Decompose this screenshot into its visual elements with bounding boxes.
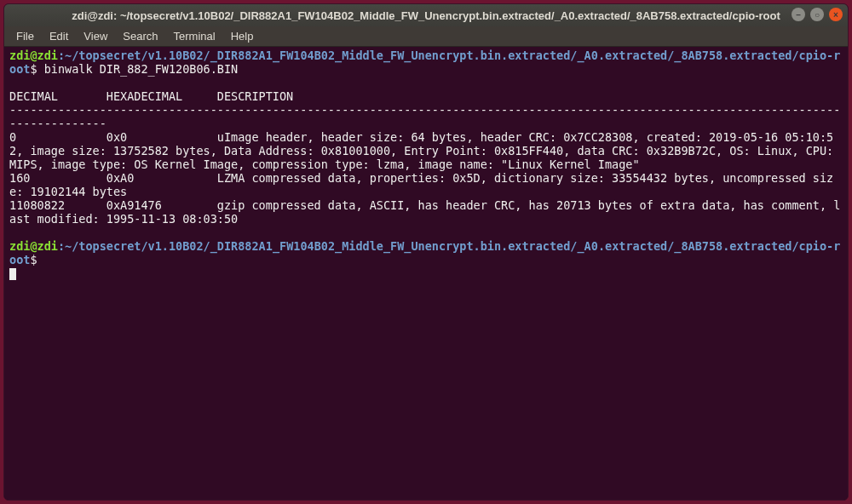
terminal-body[interactable]: zdi@zdi:~/topsecret/v1.10B02/_DIR882A1_F… [4, 47, 848, 500]
prompt-dollar: $ [30, 62, 37, 76]
output-row: 11080822 0xA91476 gzip compressed data, … [9, 198, 840, 226]
window-title: zdi@zdi: ~/topsecret/v1.10B02/_DIR882A1_… [11, 9, 841, 22]
menu-terminal[interactable]: Terminal [167, 28, 222, 44]
output-header: DECIMAL HEXADECIMAL DESCRIPTION [9, 89, 293, 103]
prompt-path: ~/topsecret/v1.10B02/_DIR882A1_FW104B02_… [9, 239, 840, 266]
menu-help[interactable]: Help [224, 28, 261, 44]
window-controls: – ○ × [792, 8, 843, 21]
prompt-userhost: zdi@zdi [9, 49, 58, 62]
terminal-window: zdi@zdi: ~/topsecret/v1.10B02/_DIR882A1_… [3, 3, 849, 501]
output-row: 0 0x0 uImage header, header size: 64 byt… [9, 130, 840, 171]
prompt-colon: : [58, 239, 65, 253]
output-row: 160 0xA0 LZMA compressed data, propertie… [9, 171, 833, 198]
minimize-icon[interactable]: – [792, 8, 805, 21]
menubar: File Edit View Search Terminal Help [4, 26, 848, 47]
menu-edit[interactable]: Edit [43, 28, 75, 44]
menu-view[interactable]: View [77, 28, 114, 44]
prompt-dollar: $ [30, 253, 37, 266]
menu-file[interactable]: File [9, 28, 41, 44]
menu-search[interactable]: Search [116, 28, 164, 44]
output-divider: ----------------------------------------… [9, 103, 840, 130]
close-icon[interactable]: × [829, 8, 843, 21]
cursor-icon [9, 268, 16, 280]
prompt-colon: : [58, 49, 65, 62]
maximize-icon[interactable]: ○ [810, 8, 824, 21]
prompt-userhost: zdi@zdi [9, 239, 58, 253]
command-text: binwalk DIR_882_FW120B06.BIN [44, 62, 239, 76]
titlebar[interactable]: zdi@zdi: ~/topsecret/v1.10B02/_DIR882A1_… [4, 4, 848, 26]
